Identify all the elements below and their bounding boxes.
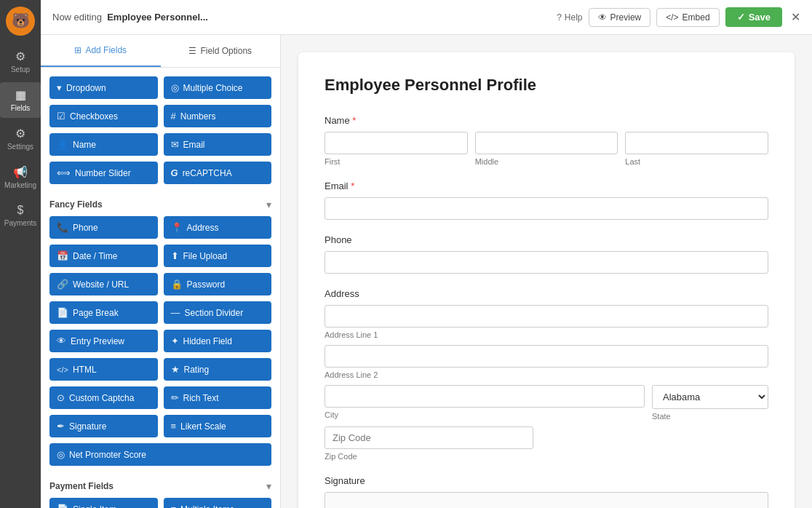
field-btn-file-upload[interactable]: ⬆ File Upload [164,245,272,267]
settings-icon: ⚙ [15,127,25,140]
field-btn-page-break[interactable]: 📄 Page Break [49,301,158,324]
save-check-icon: ✓ [737,12,745,23]
field-btn-custom-captcha[interactable]: ⊙ Custom Captcha [49,386,158,409]
field-btn-dropdown[interactable]: ▾ Dropdown [49,76,158,99]
field-btn-likert-scale[interactable]: ≡ Likert Scale [164,415,272,437]
single-item-icon: 📄 [57,504,68,508]
phone-label: Phone [325,234,768,245]
panel-tabs: ⊞ Add Fields ☰ Field Options [41,35,280,68]
custom-captcha-icon: ⊙ [57,392,65,403]
close-button[interactable]: ✕ [791,10,800,24]
signature-box[interactable] [325,492,768,508]
multiple-choice-icon: ◎ [171,82,179,93]
embed-button[interactable]: </> Embed [656,8,719,27]
address-line2-input[interactable] [325,345,768,368]
signature-label: Signature [325,475,768,486]
sidebar-item-setup[interactable]: ⚙ Setup [0,44,41,79]
name-middle-input[interactable] [475,132,618,154]
app-logo: 🐻 [5,6,36,36]
fields-icon: ▦ [15,88,26,102]
address-line1-input[interactable] [325,305,768,328]
payment-fields-section-header[interactable]: Payment Fields ▾ [49,475,271,498]
field-btn-entry-preview[interactable]: 👁 Entry Preview [49,330,158,352]
form-title: Employee Personnel Profile [325,76,768,95]
field-btn-password[interactable]: 🔒 Password [164,273,272,295]
address-line2-row: Address Line 2 [325,345,768,379]
name-row: First Middle Last [325,132,768,166]
field-options-icon: ☰ [188,46,196,56]
field-btn-numbers[interactable]: # Numbers [164,105,272,127]
save-button[interactable]: ✓ Save [725,7,782,27]
field-btn-phone[interactable]: 📞 Phone [49,216,158,239]
field-btn-multiple-choice[interactable]: ◎ Multiple Choice [164,76,272,99]
field-btn-rating[interactable]: ★ Rating [164,358,272,381]
sidebar-item-payments[interactable]: $ Payments [0,198,41,233]
payments-icon: $ [17,204,24,217]
field-btn-recaptcha[interactable]: G reCAPTCHA [164,162,272,184]
payment-fields-grid: 📄 Single Item ≡ Multiple Items [49,498,271,508]
address-label: Address [325,288,768,299]
field-btn-checkboxes[interactable]: ☑ Checkboxes [49,105,158,127]
zipcode-label: Zip Code [325,452,768,461]
field-btn-single-item[interactable]: 📄 Single Item [49,498,158,508]
field-btn-net-promoter-score[interactable]: ◎ Net Promoter Score [49,443,271,466]
sidebar-item-settings[interactable]: ⚙ Settings [0,121,41,156]
field-btn-hidden-field[interactable]: ✦ Hidden Field [164,330,272,352]
multiple-items-icon: ≡ [171,504,177,508]
field-btn-date-time[interactable]: 📅 Date / Time [49,245,158,267]
net-promoter-icon: ◎ [57,449,65,460]
name-first-col: First [325,132,468,166]
rating-icon: ★ [171,364,180,375]
field-btn-html[interactable]: </> HTML [49,358,158,381]
field-btn-section-divider[interactable]: — Section Divider [164,301,272,324]
city-input[interactable] [325,385,645,408]
email-input[interactable] [325,197,768,220]
sidebar-label-marketing: Marketing [4,181,36,189]
field-btn-website-url[interactable]: 🔗 Website / URL [49,273,158,295]
address-city-state-row: City AlabamaAlaskaArizonaArkansasCalifor… [325,385,768,421]
zipcode-input[interactable] [325,426,533,449]
svg-text:🐻: 🐻 [12,12,30,29]
fancy-fields-chevron: ▾ [266,199,271,210]
help-button[interactable]: ? Help [557,12,582,23]
form-field-name: Name * First Middle [325,115,768,166]
name-first-input[interactable] [325,132,468,154]
tab-field-options[interactable]: ☰ Field Options [161,35,281,67]
sidebar-item-fields[interactable]: ▦ Fields [0,82,41,118]
name-last-input[interactable] [625,132,768,154]
sidebar-item-marketing[interactable]: 📢 Marketing [0,159,41,195]
name-last-label: Last [625,157,768,166]
website-url-icon: 🔗 [57,279,68,290]
address-icon: 📍 [171,222,183,233]
section-divider-icon: — [171,307,180,318]
city-label: City [325,410,645,419]
sidebar-label-settings: Settings [7,143,33,151]
field-btn-rich-text[interactable]: ✏ Rich Text [164,386,272,409]
field-btn-name[interactable]: 👤 Name [49,133,158,156]
entry-preview-icon: 👁 [57,336,66,346]
name-icon: 👤 [57,139,68,150]
html-icon: </> [57,365,68,374]
state-select[interactable]: AlabamaAlaskaArizonaArkansasCaliforniaCo… [652,385,768,409]
main-content: Now editing Employee Personnel... ? Help… [41,0,812,508]
embed-icon: </> [666,12,678,23]
signature-icon: ✒ [57,421,65,432]
phone-input[interactable] [325,251,768,274]
field-btn-signature[interactable]: ✒ Signature [49,415,158,437]
field-btn-number-slider[interactable]: ⟺ Number Slider [49,162,158,184]
field-btn-address[interactable]: 📍 Address [164,216,272,239]
form-field-address: Address Address Line 1 Address Line 2 Ci… [325,288,768,461]
field-btn-email[interactable]: ✉ Email [164,133,272,156]
password-icon: 🔒 [171,279,183,290]
tab-add-fields[interactable]: ⊞ Add Fields [41,35,161,67]
preview-button[interactable]: 👁 Preview [589,8,651,27]
fancy-fields-section-header[interactable]: Fancy Fields ▾ [49,193,271,216]
email-icon: ✉ [171,139,179,150]
hidden-field-icon: ✦ [171,336,179,346]
dropdown-icon: ▾ [57,82,62,93]
city-col: City [325,385,645,421]
field-btn-multiple-items[interactable]: ≡ Multiple Items [164,498,272,508]
name-label: Name * [325,115,768,126]
likert-scale-icon: ≡ [171,421,177,432]
payment-fields-title: Payment Fields [49,481,114,491]
